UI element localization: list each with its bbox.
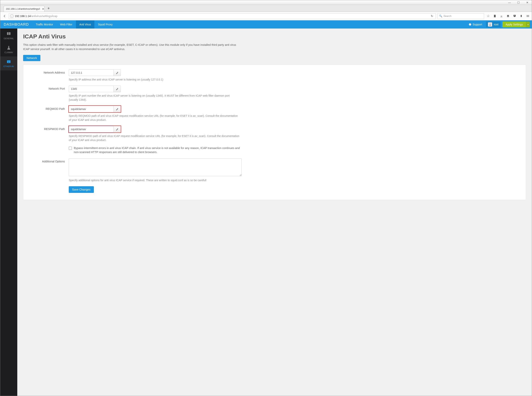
topnav-item-webfilter[interactable]: Web Filter (57, 20, 76, 29)
network-port-input[interactable] (69, 86, 114, 92)
label-network-port: Network Port (28, 86, 69, 102)
reload-button[interactable]: ↻ (430, 14, 435, 18)
content: ICAP Anti Virus This option chains web f… (17, 29, 532, 396)
back-button[interactable] (2, 13, 7, 19)
browser-tab[interactable]: 192.168.1.14/antivirus/settings/i ✕ (4, 6, 44, 12)
topnav-menu: Traffic Monitor Web Filter Anti Virus Sq… (32, 20, 116, 29)
window-minimize-button[interactable]: — (505, 1, 514, 4)
browser-tab-title: 192.168.1.14/antivirus/settings/i (6, 8, 40, 10)
tab-network[interactable]: Network (23, 55, 40, 61)
wand-icon (116, 108, 119, 111)
help-network-address: Specify IP address the anti virus ICAP s… (69, 78, 240, 82)
page-intro: This option chains web filter with manua… (23, 43, 237, 51)
help-network-port: Specify IP port number the anti virus IC… (69, 94, 240, 102)
support-link[interactable]: i Support (467, 20, 484, 29)
bypass-checkbox[interactable] (69, 147, 72, 150)
settings-panel: Network Address Specify IP address the a… (23, 65, 526, 200)
search-icon: 🔍 (439, 15, 442, 17)
extension-icon[interactable] (519, 14, 524, 19)
url-bar[interactable]: i 192.168.1.14/antivirus/settings/icap ↻ (9, 13, 436, 19)
help-reqmod: Specify REQMOD path of anti virus ICAP r… (69, 114, 240, 122)
bookmark-star-icon[interactable]: ☆ (486, 14, 491, 19)
pocket-icon[interactable] (512, 14, 517, 19)
reqmod-path-input[interactable] (69, 106, 114, 112)
respmod-path-input[interactable] (69, 126, 114, 133)
topnav-item-squidproxy[interactable]: Squid Proxy (94, 20, 116, 29)
bypass-label: Bypass intermittent errors in anti virus… (74, 146, 243, 155)
window-titlebar: — ☐ ✕ (0, 0, 532, 5)
help-additional-options: Specify additional options for anti viru… (69, 178, 240, 182)
respmod-reset-button[interactable] (114, 126, 121, 133)
apply-settings-button[interactable]: Apply Settings (502, 22, 526, 27)
browser-tabstrip: 192.168.1.14/antivirus/settings/i ✕ + (0, 5, 532, 12)
brand[interactable]: DASHBOARD (0, 20, 32, 29)
wand-icon (116, 128, 119, 131)
clipboard-icon[interactable] (492, 14, 497, 19)
wand-icon (116, 87, 119, 90)
label-additional-options: Additional Options (28, 158, 69, 182)
topnav-item-traffic[interactable]: Traffic Monitor (32, 20, 57, 29)
browser-toolbar: i 192.168.1.14/antivirus/settings/icap ↻… (0, 12, 532, 20)
label-network-address: Network Address (28, 70, 69, 82)
user-menu[interactable]: root (486, 22, 500, 27)
user-name: root (494, 23, 498, 26)
flask-icon (6, 45, 11, 50)
tab-close-icon[interactable]: ✕ (42, 7, 44, 11)
wand-icon (116, 71, 119, 74)
hamburger-menu-icon[interactable] (525, 14, 530, 19)
sidenav-item-clamav[interactable]: CLAMAV (0, 42, 17, 57)
svg-point-2 (490, 23, 491, 24)
reqmod-reset-button[interactable] (114, 106, 121, 112)
label-respmod: RESPMOD Path (28, 126, 69, 142)
apply-settings-dropdown[interactable]: ▾ (526, 22, 530, 27)
network-address-input[interactable] (69, 70, 114, 76)
new-tab-button[interactable]: + (46, 6, 51, 12)
book-icon (6, 31, 11, 36)
save-changes-button[interactable]: Save Changes (69, 186, 94, 193)
sidenav: GENERAL CLAMAV OTHER AV (0, 29, 17, 396)
site-info-icon[interactable]: i (10, 14, 14, 18)
additional-options-textarea[interactable] (69, 158, 242, 176)
avatar (488, 22, 492, 27)
window-close-button[interactable]: ✕ (523, 1, 532, 4)
page-title: ICAP Anti Virus (23, 33, 526, 40)
sidenav-item-general[interactable]: GENERAL (0, 29, 17, 42)
topnav-item-antivirus[interactable]: Anti Virus (76, 20, 95, 29)
sidenav-item-other-av[interactable]: OTHER AV (0, 57, 17, 70)
network-port-reset-button[interactable] (114, 86, 121, 92)
bypass-checkbox-row[interactable]: Bypass intermittent errors in anti virus… (69, 146, 521, 155)
inbox-icon (6, 59, 11, 64)
help-respmod: Specify RESPMOD path of anti virus ICAP … (69, 134, 240, 142)
home-icon[interactable] (505, 14, 510, 19)
browser-search-input[interactable]: 🔍 Search (437, 13, 484, 19)
network-address-reset-button[interactable] (114, 70, 121, 76)
window-maximize-button[interactable]: ☐ (514, 1, 523, 4)
label-reqmod: REQMOD Path (28, 106, 69, 122)
downloads-icon[interactable] (499, 14, 504, 19)
url-text: 192.168.1.14/antivirus/settings/icap (15, 15, 430, 18)
app-topnav: DASHBOARD Traffic Monitor Web Filter Ant… (0, 20, 532, 29)
